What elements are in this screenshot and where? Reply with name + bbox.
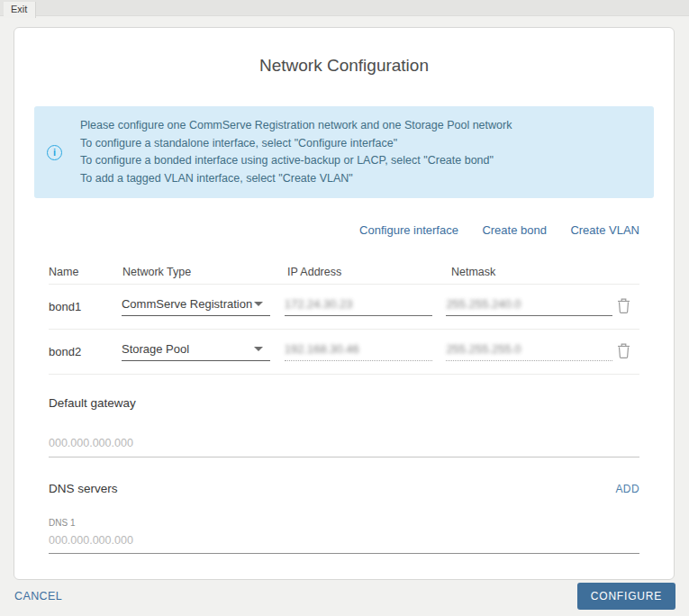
dialog-footer: CANCEL CONFIGURE (14, 582, 675, 611)
network-type-value: CommServe Registration (122, 297, 252, 311)
delete-interface-button[interactable] (615, 296, 632, 318)
header-ip-address: IP Address (287, 266, 451, 278)
trash-icon (617, 343, 630, 358)
configure-interface-link[interactable]: Configure interface (359, 223, 458, 237)
dns-servers-label: DNS servers (49, 482, 118, 495)
default-gateway-label: Default gateway (49, 396, 639, 410)
table-actions: Configure interface Create bond Create V… (49, 222, 639, 238)
dns-servers-section: DNS servers ADD DNS 1 (49, 482, 639, 554)
dns-entry-label: DNS 1 (49, 518, 639, 528)
interface-name: bond2 (49, 345, 122, 358)
info-line: To configure a bonded interface using ac… (80, 152, 512, 170)
ip-address-input[interactable] (285, 342, 432, 356)
top-bar: Exit (0, 0, 689, 16)
dns-entry: DNS 1 (49, 518, 639, 554)
create-vlan-link[interactable]: Create VLAN (570, 223, 639, 237)
netmask-input[interactable] (446, 297, 612, 311)
table-row: bond1 CommServe Registration (49, 285, 639, 330)
trash-icon (617, 298, 630, 313)
add-dns-button[interactable]: ADD (615, 483, 639, 495)
interfaces-table: Name Network Type IP Address Netmask bon… (49, 259, 639, 375)
network-type-select[interactable]: CommServe Registration (122, 297, 270, 316)
chevron-down-icon (254, 347, 263, 351)
info-line: To configure a standalone interface, sel… (80, 135, 512, 153)
netmask-input[interactable] (446, 342, 612, 356)
default-gateway-section: Default gateway (49, 396, 639, 457)
default-gateway-input[interactable] (49, 437, 639, 449)
header-netmask: Netmask (451, 266, 622, 278)
table-header-row: Name Network Type IP Address Netmask (49, 259, 639, 285)
info-icon: i (47, 145, 62, 160)
info-line: To add a tagged VLAN interface, select "… (80, 170, 512, 188)
ip-address-input[interactable] (285, 297, 432, 311)
configure-button[interactable]: CONFIGURE (577, 583, 675, 610)
info-text: Please configure one CommServe Registrat… (80, 117, 512, 187)
info-line: Please configure one CommServe Registrat… (80, 117, 512, 135)
create-bond-link[interactable]: Create bond (482, 223, 547, 237)
header-name: Name (49, 266, 122, 278)
interface-name: bond1 (49, 300, 122, 313)
chevron-down-icon (254, 302, 263, 306)
info-banner: i Please configure one CommServe Registr… (34, 106, 654, 198)
network-type-value: Storage Pool (122, 342, 189, 356)
exit-button[interactable]: Exit (4, 2, 36, 18)
dialog-title: Network Configuration (34, 56, 654, 76)
cancel-button[interactable]: CANCEL (14, 590, 62, 602)
network-configuration-dialog: Network Configuration i Please configure… (14, 27, 675, 580)
dns-input[interactable] (49, 534, 639, 547)
table-row: bond2 Storage Pool (49, 330, 639, 375)
delete-interface-button[interactable] (615, 341, 632, 363)
header-network-type: Network Type (122, 266, 287, 278)
network-type-select[interactable]: Storage Pool (122, 342, 270, 361)
